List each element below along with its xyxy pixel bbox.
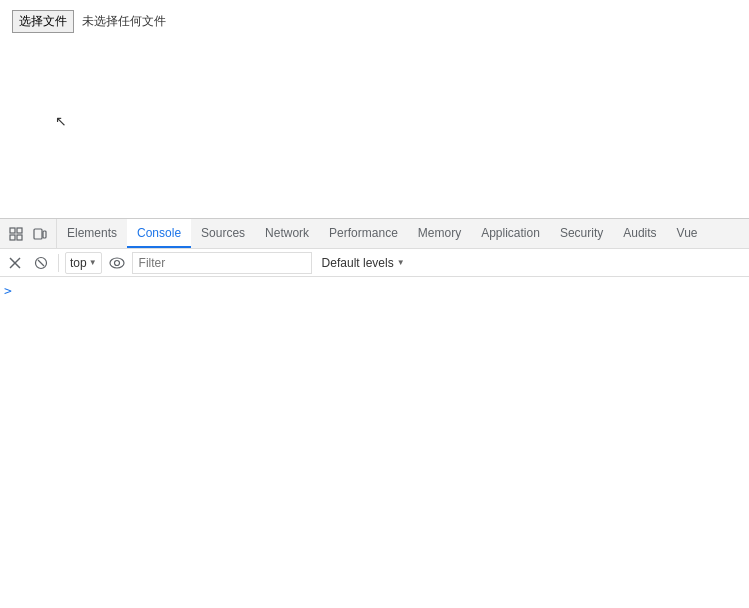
default-levels-dropdown[interactable]: Default levels ▼ — [316, 254, 411, 272]
devtools-tab-list: Elements Console Sources Network Perform… — [57, 219, 708, 248]
context-dropdown-arrow: ▼ — [89, 258, 97, 267]
file-input-area: 选择文件 未选择任何文件 — [0, 0, 749, 43]
tab-sources[interactable]: Sources — [191, 219, 255, 248]
default-levels-arrow: ▼ — [397, 258, 405, 267]
svg-rect-3 — [17, 235, 22, 240]
context-label: top — [70, 256, 87, 270]
tab-vue[interactable]: Vue — [667, 219, 708, 248]
context-selector[interactable]: top ▼ — [65, 252, 102, 274]
tab-elements[interactable]: Elements — [57, 219, 127, 248]
cursor-area: ↖ — [0, 43, 749, 218]
file-no-selected-label: 未选择任何文件 — [82, 13, 166, 30]
svg-point-10 — [110, 258, 124, 268]
watch-expressions-button[interactable] — [106, 252, 128, 274]
clear-console-button[interactable] — [4, 252, 26, 274]
browser-content: 选择文件 未选择任何文件 ↖ — [0, 0, 749, 218]
console-toolbar: top ▼ Default levels ▼ — [0, 249, 749, 277]
inspect-element-icon[interactable] — [6, 224, 26, 244]
console-output: > — [0, 277, 749, 608]
no-errors-button[interactable] — [30, 252, 52, 274]
tab-application[interactable]: Application — [471, 219, 550, 248]
devtools-tab-bar: Elements Console Sources Network Perform… — [0, 219, 749, 249]
tab-console[interactable]: Console — [127, 219, 191, 248]
svg-point-11 — [114, 260, 119, 265]
console-filter-input[interactable] — [132, 252, 312, 274]
cursor-icon: ↖ — [55, 113, 67, 129]
console-prompt-line[interactable]: > — [0, 281, 749, 300]
default-levels-label: Default levels — [322, 256, 394, 270]
file-choose-button[interactable]: 选择文件 — [12, 10, 74, 33]
toolbar-separator — [58, 254, 59, 272]
tab-network[interactable]: Network — [255, 219, 319, 248]
device-toolbar-icon[interactable] — [30, 224, 50, 244]
svg-rect-1 — [17, 228, 22, 233]
svg-line-9 — [38, 260, 44, 266]
devtools-panel: Elements Console Sources Network Perform… — [0, 218, 749, 608]
devtools-icon-group — [0, 219, 57, 248]
svg-rect-4 — [34, 229, 42, 239]
tab-memory[interactable]: Memory — [408, 219, 471, 248]
svg-rect-5 — [43, 231, 46, 238]
tab-audits[interactable]: Audits — [613, 219, 666, 248]
svg-rect-0 — [10, 228, 15, 233]
tab-security[interactable]: Security — [550, 219, 613, 248]
svg-rect-2 — [10, 235, 15, 240]
tab-performance[interactable]: Performance — [319, 219, 408, 248]
console-prompt-symbol: > — [4, 283, 12, 298]
